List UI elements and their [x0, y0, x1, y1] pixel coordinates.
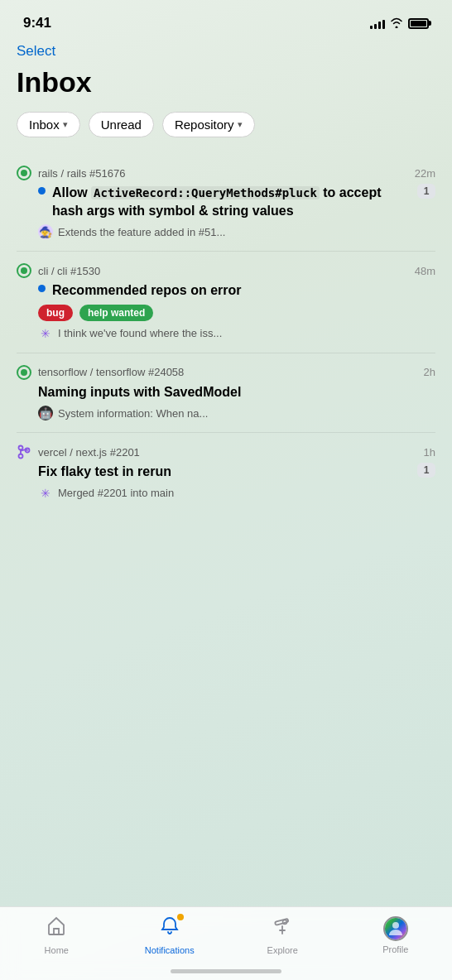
- count-badge: 1: [417, 463, 435, 478]
- repo-name: tensorflow / tensorflow #24058: [38, 366, 184, 378]
- notif-repo: cli / cli #1530: [17, 263, 100, 278]
- chevron-down-icon-repo: ▾: [238, 119, 243, 130]
- open-issue-icon: [17, 263, 31, 278]
- filter-inbox-label: Inbox: [29, 118, 60, 132]
- signal-icon: [370, 17, 385, 29]
- notif-preview: 🧙 Extends the feature added in #51...: [17, 224, 435, 239]
- title-count-wrapper: Allow ActiveRecord::QueryMethods#pluck t…: [52, 184, 435, 219]
- notif-time: 1h: [424, 446, 435, 459]
- preview-text: I think we've found where the iss...: [58, 327, 222, 339]
- home-icon: [46, 915, 67, 942]
- avatar: 🤖: [38, 406, 53, 420]
- nav-label-explore: Explore: [267, 945, 298, 955]
- filter-bar: Inbox ▾ Unread Repository ▾: [17, 112, 435, 137]
- status-bar: 9:41: [0, 0, 452, 40]
- notif-repo: rails / rails #51676: [17, 166, 126, 180]
- telescope-icon: [272, 915, 293, 942]
- preview-text: Merged #2201 into main: [58, 487, 174, 499]
- list-item[interactable]: vercel / next.js #2201 1h Fix flaky test…: [17, 433, 435, 512]
- preview-text: Extends the feature added in #51...: [58, 226, 225, 238]
- open-issue-icon: [17, 365, 31, 380]
- list-item[interactable]: tensorflow / tensorflow #24058 2h Naming…: [17, 353, 435, 434]
- notif-repo: tensorflow / tensorflow #24058: [17, 365, 184, 380]
- git-merge-icon: [17, 444, 31, 459]
- notification-list: rails / rails #51676 22m Allow ActiveRec…: [17, 154, 435, 512]
- label-help-wanted: help wanted: [79, 305, 153, 321]
- filter-unread-label: Unread: [101, 118, 142, 132]
- unread-dot: [38, 187, 46, 195]
- avatar: 🧙: [38, 224, 53, 239]
- notif-title-row: Naming inputs with SavedModel: [17, 383, 435, 401]
- status-icons: [370, 17, 429, 31]
- notif-title: Recommended repos on error: [52, 281, 435, 300]
- avatar: ✳: [38, 326, 53, 341]
- nav-label-profile: Profile: [382, 944, 408, 954]
- notif-header: rails / rails #51676 22m: [17, 166, 435, 180]
- open-issue-icon: [17, 166, 31, 180]
- notif-header: cli / cli #1530 48m: [17, 263, 435, 278]
- notif-header: tensorflow / tensorflow #24058 2h: [17, 365, 435, 380]
- unread-dot: [38, 285, 46, 292]
- label-bug: bug: [38, 305, 73, 321]
- repo-name: vercel / next.js #2201: [38, 446, 140, 459]
- notif-repo: vercel / next.js #2201: [17, 444, 140, 459]
- notif-title-row: Recommended repos on error: [17, 281, 435, 300]
- avatar: ✳: [38, 486, 53, 501]
- battery-icon: [408, 18, 429, 29]
- nav-item-explore[interactable]: Explore: [226, 915, 339, 955]
- home-indicator: [171, 969, 281, 973]
- main-content: Select Inbox Inbox ▾ Unread Repository ▾…: [0, 40, 452, 512]
- notification-badge-dot: [177, 914, 184, 920]
- filter-repository[interactable]: Repository ▾: [162, 112, 255, 137]
- notif-preview: ✳ Merged #2201 into main: [17, 486, 435, 501]
- preview-text: System information: When na...: [58, 407, 208, 420]
- notif-title: Naming inputs with SavedModel: [38, 383, 435, 401]
- select-button[interactable]: Select: [17, 40, 55, 63]
- status-time: 9:41: [23, 15, 51, 31]
- nav-item-notifications[interactable]: Notifications: [113, 915, 227, 955]
- repo-name: cli / cli #1530: [38, 265, 100, 277]
- notif-title-row: Allow ActiveRecord::QueryMethods#pluck t…: [17, 184, 435, 219]
- filter-repository-label: Repository: [175, 118, 234, 132]
- nav-item-profile[interactable]: Profile: [339, 916, 453, 954]
- filter-unread[interactable]: Unread: [89, 112, 154, 137]
- filter-inbox[interactable]: Inbox ▾: [17, 112, 80, 137]
- notif-time: 22m: [415, 167, 435, 180]
- list-item[interactable]: cli / cli #1530 48m Recommended repos on…: [17, 252, 435, 353]
- nav-item-home[interactable]: Home: [0, 915, 113, 955]
- notif-labels: bug help wanted: [17, 305, 435, 321]
- svg-point-7: [392, 922, 399, 929]
- title-count-wrapper: Fix flaky test in rerun 1: [38, 463, 435, 481]
- nav-label-home: Home: [45, 945, 69, 955]
- page-title: Inbox: [17, 66, 435, 98]
- profile-avatar: [383, 916, 408, 941]
- chevron-down-icon: ▾: [63, 119, 68, 130]
- nav-label-notifications: Notifications: [145, 945, 195, 955]
- notif-title: Fix flaky test in rerun: [38, 463, 414, 481]
- notif-title: Allow ActiveRecord::QueryMethods#pluck t…: [52, 184, 414, 219]
- notif-preview: 🤖 System information: When na...: [17, 406, 435, 420]
- notif-time: 2h: [424, 366, 435, 378]
- wifi-icon: [390, 17, 403, 31]
- count-badge: 1: [417, 184, 435, 199]
- bell-icon: [159, 915, 180, 942]
- list-item[interactable]: rails / rails #51676 22m Allow ActiveRec…: [17, 154, 435, 252]
- notif-header: vercel / next.js #2201 1h: [17, 444, 435, 459]
- notif-title-row: Fix flaky test in rerun 1: [17, 463, 435, 481]
- notif-time: 48m: [415, 265, 435, 277]
- notif-preview: ✳ I think we've found where the iss...: [17, 326, 435, 341]
- repo-name: rails / rails #51676: [38, 167, 126, 180]
